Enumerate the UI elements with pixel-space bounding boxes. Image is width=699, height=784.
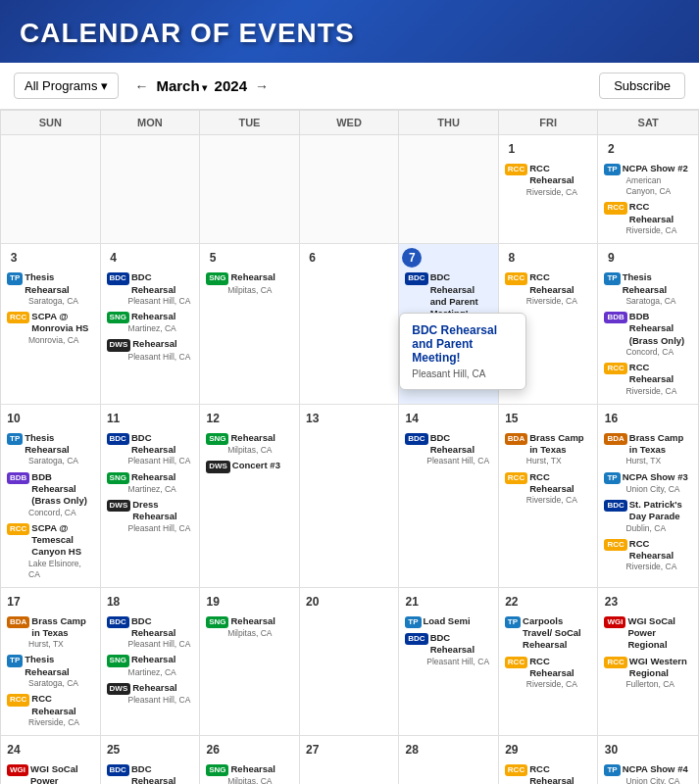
event-location: Monrovia, CA [28, 335, 94, 346]
event-location: Lake Elsinore, CA [28, 559, 94, 580]
event-badge: RCC [505, 657, 527, 668]
event-badge: BDB [7, 472, 29, 484]
calendar-day-25: 25 BDC BDC Rehearsal Pleasant Hill, CA S… [101, 736, 201, 784]
list-item[interactable]: SNG Rehearsal Martinez, CA [104, 653, 197, 678]
event-badge: BDC [107, 616, 129, 628]
event-badge: TP [7, 655, 23, 666]
list-item[interactable]: DWS Dress Rehearsal Pleasant Hill, CA [104, 498, 197, 535]
list-item[interactable]: TP Load Semi [402, 614, 495, 629]
day-number: 19 [203, 592, 223, 612]
list-item[interactable]: BDC BDC Rehearsal Pleasant Hill, CA [402, 631, 495, 668]
event-location: Martinez, CA [128, 667, 194, 678]
event-title: RCC Rehearsal [529, 271, 591, 296]
event-title: St. Patrick's Day Parade [629, 499, 692, 523]
event-badge: DWS [107, 683, 131, 695]
list-item[interactable]: RCC RCC Rehearsal Riverside, CA [502, 762, 595, 784]
list-item[interactable]: BDC BDC Rehearsal Pleasant Hill, CA [104, 614, 197, 652]
list-item[interactable]: BDA Brass Camp in Texas Hurst, TX [601, 431, 695, 468]
list-item[interactable]: BDC BDC Rehearsal Pleasant Hill, CA [104, 431, 197, 468]
list-item[interactable]: WGI WGI SoCal Power Regional [601, 614, 695, 653]
list-item[interactable]: TP Thesis Rehearsal Saratoga, CA [4, 653, 97, 690]
prev-month-button[interactable]: ← [134, 78, 148, 94]
day-number: 17 [4, 592, 24, 612]
list-item[interactable]: RCC SCPA @ Monrovia HS Monrovia, CA [4, 310, 97, 347]
list-item[interactable]: RCC RCC Rehearsal Riverside, CA [601, 537, 695, 574]
event-location: Milpitas, CA [227, 285, 293, 296]
list-item[interactable]: BDC BDC Rehearsal Pleasant Hill, CA [402, 431, 495, 468]
list-item[interactable]: TP Thesis Rehearsal Saratoga, CA [601, 270, 695, 308]
day-number: 15 [502, 409, 522, 428]
list-item[interactable]: BDB BDB Rehearsal (Brass Only) Concord, … [601, 310, 695, 359]
next-month-button[interactable]: → [255, 78, 269, 94]
list-item[interactable]: BDA Brass Camp in Texas Hurst, TX [502, 431, 595, 468]
list-item[interactable]: BDC BDC Rehearsal Pleasant Hill, CA [104, 270, 197, 308]
list-item[interactable]: BDB BDB Rehearsal (Brass Only) Concord, … [4, 470, 97, 519]
list-item[interactable]: DWS Rehearsal Pleasant Hill, CA [104, 337, 197, 363]
event-badge: BDC [107, 433, 129, 445]
event-title: Rehearsal [132, 338, 176, 350]
event-badge: SNG [206, 272, 228, 284]
event-badge: DWS [107, 339, 131, 351]
day-number: 11 [104, 409, 124, 428]
list-item[interactable]: RCC WGI Western Regional Fullerton, CA [601, 655, 695, 692]
list-item[interactable]: SNG Rehearsal Milpitas, CA [203, 431, 296, 457]
programs-dropdown[interactable]: All Programs ▾ [14, 73, 119, 99]
list-item[interactable]: TP NCPA Show #2 American Canyon, CA [601, 162, 695, 198]
calendar-day-1: 1 RCC RCC Rehearsal Riverside, CA [499, 135, 599, 244]
event-location: Union City, CA [625, 776, 692, 784]
list-item[interactable]: SNG Rehearsal Milpitas, CA [203, 270, 296, 296]
event-location: Hurst, TX [28, 639, 94, 650]
list-item[interactable]: TP NCPA Show #4 Union City, CA [601, 762, 695, 784]
event-badge: TP [7, 272, 23, 284]
list-item[interactable]: RCC RCC Rehearsal Riverside, CA [502, 655, 595, 692]
page-header: CALENDAR OF EVENTS [0, 0, 699, 63]
event-badge: SNG [107, 655, 129, 666]
event-location: Riverside, CA [526, 679, 592, 690]
list-item[interactable]: RCC RCC Rehearsal Riverside, CA [502, 270, 595, 308]
list-item[interactable]: DWS Rehearsal Pleasant Hill, CA [104, 681, 197, 707]
event-location: Pleasant Hill, CA [128, 352, 194, 363]
list-item[interactable]: RCC RCC Rehearsal Riverside, CA [4, 692, 97, 729]
calendar-day-empty [101, 135, 201, 244]
list-item[interactable]: DWS Concert #3 [203, 459, 296, 473]
calendar-header: SUN MON TUE WED THU FRI SAT [1, 111, 698, 135]
list-item[interactable]: SNG Rehearsal Martinez, CA [104, 310, 197, 335]
calendar-day-28: 28 [399, 736, 499, 784]
list-item[interactable]: SNG Rehearsal Martinez, CA [104, 470, 197, 496]
day-number: 5 [203, 248, 223, 268]
day-number: 23 [601, 592, 621, 612]
event-title: Brass Camp in Texas [31, 615, 93, 640]
event-badge: RCC [7, 694, 29, 706]
event-badge: BDA [505, 433, 527, 445]
list-item[interactable]: BDA Brass Camp in Texas Hurst, TX [4, 614, 97, 652]
list-item[interactable]: TP Thesis Rehearsal Saratoga, CA [4, 270, 97, 308]
list-item[interactable]: WGI WGI SoCal Power Regional [4, 762, 97, 784]
event-badge: BDC [604, 500, 626, 512]
list-item[interactable]: RCC RCC Rehearsal Riverside, CA [502, 470, 595, 508]
list-item[interactable]: RCC SCPA @ Temescal Canyon HS Lake Elsin… [4, 521, 97, 581]
event-title: Rehearsal [132, 682, 176, 694]
list-item[interactable]: BDC St. Patrick's Day Parade Dublin, CA [601, 498, 695, 535]
list-item[interactable]: BDC BDC Rehearsal Pleasant Hill, CA [104, 762, 197, 784]
event-badge: BDA [7, 616, 29, 628]
list-item[interactable]: RCC RCC Rehearsal Riverside, CA [601, 361, 695, 398]
event-location: American Canyon, CA [625, 175, 692, 197]
list-item[interactable]: SNG Rehearsal Milpitas, CA [203, 614, 296, 640]
event-location: Pleasant Hill, CA [128, 296, 194, 307]
list-item[interactable]: SNG Rehearsal Milpitas, CA [203, 762, 296, 784]
list-item[interactable]: RCC RCC Rehearsal Riverside, CA [502, 162, 595, 199]
list-item[interactable]: TP Carpools Travel/ SoCal Rehearsal [502, 614, 595, 653]
controls-bar: All Programs ▾ ← March▾ 2024 → Subscribe [0, 63, 699, 110]
list-item[interactable]: TP NCPA Show #3 Union City, CA [601, 470, 695, 496]
calendar-day-9: 9 TP Thesis Rehearsal Saratoga, CA BDB B… [598, 244, 698, 405]
popup-title: BDC Rehearsal and Parent Meeting! [412, 323, 514, 365]
month-selector[interactable]: March▾ [156, 77, 206, 94]
event-location: Riverside, CA [625, 386, 692, 397]
list-item[interactable]: TP Thesis Rehearsal Saratoga, CA [4, 431, 97, 468]
subscribe-button[interactable]: Subscribe [599, 73, 685, 99]
day-number: 7 [402, 248, 422, 268]
event-title: Thesis Rehearsal [25, 432, 93, 457]
event-badge: RCC [505, 272, 527, 284]
list-item[interactable]: RCC RCC Rehearsal Riverside, CA [601, 200, 695, 237]
event-title: Brass Camp in Texas [529, 432, 591, 457]
